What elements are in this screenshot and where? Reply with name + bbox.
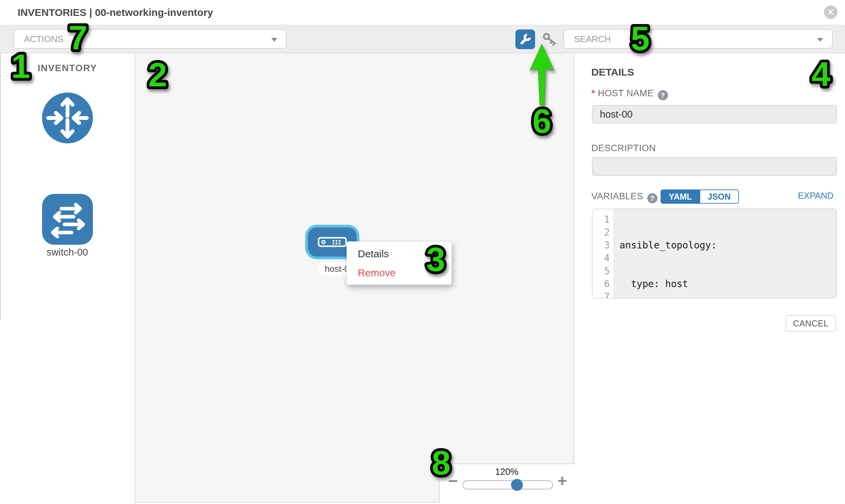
- key-button[interactable]: [542, 32, 558, 48]
- router-icon: [42, 92, 93, 143]
- tab-yaml[interactable]: YAML: [661, 190, 700, 203]
- inventory-heading: INVENTORY: [0, 63, 135, 74]
- context-menu: Details Remove: [347, 241, 452, 285]
- help-icon[interactable]: ?: [658, 90, 668, 100]
- host-name-label: *HOST NAME?: [592, 88, 668, 100]
- variables-format-toggle: YAML JSON: [661, 190, 739, 204]
- zoom-percentage: 120%: [439, 467, 574, 477]
- search-dropdown[interactable]: SEARCH: [564, 30, 832, 49]
- inventory-palette: INVENTORY router-00: [0, 54, 135, 504]
- code-line-numbers: 1 2 3 4 5 6 7: [592, 209, 614, 298]
- topology-canvas[interactable]: host-00 Details Remove 120% − +: [135, 54, 574, 503]
- required-marker: *: [592, 88, 595, 98]
- close-icon[interactable]: ✕: [824, 5, 838, 19]
- zoom-slider-knob[interactable]: [511, 479, 523, 491]
- description-label: DESCRIPTION: [592, 143, 656, 154]
- host-name-input[interactable]: [592, 105, 837, 123]
- expand-link[interactable]: EXPAND: [798, 191, 833, 201]
- variables-code-editor[interactable]: 1 2 3 4 5 6 7 ansible_topology: type: ho…: [592, 209, 837, 298]
- zoom-control: 120% − +: [439, 464, 574, 503]
- chevron-down-icon: [817, 38, 823, 42]
- actions-dropdown-placeholder: ACTIONS: [14, 34, 64, 44]
- inventory-topology-app: INVENTORIES | 00-networking-inventory ✕ …: [0, 0, 845, 504]
- context-menu-item-details[interactable]: Details: [347, 245, 451, 263]
- palette-item-switch[interactable]: [42, 194, 93, 245]
- tab-json[interactable]: JSON: [700, 190, 738, 203]
- details-panel: DETAILS *HOST NAME? DESCRIPTION VARIABLE…: [575, 54, 845, 504]
- switch-icon: [42, 194, 93, 245]
- chevron-down-icon: [271, 38, 277, 42]
- code-content: ansible_topology: type: host name: host-…: [614, 209, 837, 298]
- server-icon: [318, 237, 347, 247]
- key-icon: [542, 32, 558, 48]
- wrench-icon: [518, 33, 532, 46]
- zoom-slider-track[interactable]: [462, 480, 553, 489]
- zoom-out-button[interactable]: −: [448, 473, 458, 489]
- palette-item-switch-label: switch-00: [0, 247, 135, 258]
- description-input[interactable]: [592, 157, 837, 176]
- context-menu-item-remove[interactable]: Remove: [347, 263, 451, 282]
- toolbar: ACTIONS SEARCH: [0, 25, 845, 53]
- palette-item-router[interactable]: [42, 92, 93, 143]
- tools-button[interactable]: [515, 30, 535, 49]
- palette-edge-divider: [0, 54, 1, 321]
- cancel-button[interactable]: CANCEL: [786, 315, 836, 331]
- title-bar: INVENTORIES | 00-networking-inventory ✕: [0, 0, 845, 25]
- page-title: INVENTORIES | 00-networking-inventory: [18, 0, 213, 25]
- zoom-in-button[interactable]: +: [558, 473, 567, 489]
- variables-label: VARIABLES?: [592, 191, 657, 203]
- help-icon[interactable]: ?: [647, 193, 657, 203]
- details-heading: DETAILS: [592, 67, 634, 78]
- actions-dropdown[interactable]: ACTIONS: [14, 30, 286, 49]
- search-dropdown-placeholder: SEARCH: [564, 34, 611, 44]
